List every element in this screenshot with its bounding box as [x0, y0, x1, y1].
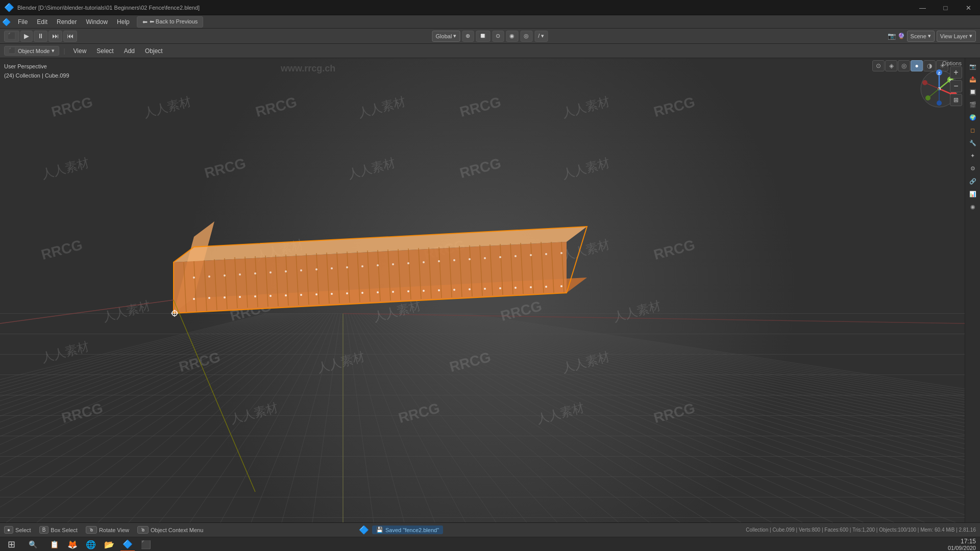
header-toolbar: ⬛ Object Mode ▾ | View Select Add Object — [0, 44, 980, 58]
status-bottom-bar: ⊞ 🔍 📋 🦊 🌐 📂 🔷 ⬛ 17:15 01/09/2020 — [0, 537, 980, 551]
minimize-button[interactable]: — — [911, 0, 934, 15]
mode-dropdown-icon: ▾ — [52, 47, 55, 54]
menu-edit[interactable]: Edit — [33, 17, 52, 27]
taskbar-browser[interactable]: 🌐 — [84, 537, 98, 551]
status-top-bar: ● Select B Box Select 🖱 Rotate View 🖱 Ob… — [0, 523, 980, 537]
rotate-view-status[interactable]: 🖱 Rotate View — [86, 526, 129, 534]
saved-notification: 💾 Saved "fence2.blend" — [372, 525, 443, 534]
scene-dropdown-icon: ▾ — [928, 33, 931, 39]
box-select-label: Box Select — [51, 527, 78, 533]
box-select-status[interactable]: B Box Select — [39, 526, 78, 534]
stats-area: Collection | Cube.099 | Verts:800 | Face… — [746, 527, 976, 533]
material-icon[interactable]: ◉ — [967, 201, 979, 213]
context-menu-key-icon: 🖱 — [137, 526, 149, 534]
taskbar-folder[interactable]: 📂 — [102, 537, 116, 551]
scene-props-icon[interactable]: 🎬 — [967, 98, 979, 111]
svg-point-110 — [937, 101, 942, 106]
world-props-icon[interactable]: 🌍 — [967, 111, 979, 123]
date-value: 01/09/2020 — [948, 545, 976, 551]
global-transform-label: Global — [436, 33, 452, 39]
select-status[interactable]: ● Select — [4, 526, 31, 534]
viewport-right-toolbar: + − ⊞ — [948, 62, 964, 494]
toolbar-icon-2[interactable]: ▶ — [20, 31, 33, 42]
particles-icon[interactable]: ✦ — [967, 149, 979, 162]
maximize-button[interactable]: □ — [934, 0, 957, 15]
transform-pivot-btn[interactable]: ⊕ — [462, 31, 474, 42]
viewport-grid — [0, 58, 980, 522]
time-value: 17:15 — [948, 538, 976, 545]
window-controls: — □ ✕ — [911, 0, 980, 15]
header-view[interactable]: View — [69, 46, 91, 56]
zoom-in-btn[interactable]: + — [950, 66, 962, 79]
mode-label: Object Mode — [18, 48, 50, 54]
back-to-previous-button[interactable]: ⬅ ⬅ Back to Previous — [137, 16, 204, 28]
overlay-controls: ⊙ ◈ — [872, 60, 897, 71]
rrcg-logo-icon: 🔷 — [359, 525, 369, 535]
taskbar-apps[interactable]: 📋 — [47, 537, 61, 551]
toolbar-icon-3[interactable]: ⏸ — [34, 31, 47, 42]
header-add[interactable]: Add — [120, 46, 139, 56]
collection-stats: Collection | Cube.099 | Verts:800 | Face… — [746, 527, 976, 533]
context-menu-status[interactable]: 🖱 Object Context Menu — [137, 526, 203, 534]
close-button[interactable]: ✕ — [957, 0, 980, 15]
physics-icon[interactable]: ⚙ — [967, 162, 979, 174]
snap-btn[interactable]: 🔲 — [476, 31, 490, 42]
overlay-toggle-btn[interactable]: ⊙ — [872, 60, 885, 71]
status-bar: ● Select B Box Select 🖱 Rotate View 🖱 Ob… — [0, 522, 980, 551]
view-layer-dropdown-icon: ▾ — [969, 33, 972, 39]
taskbar-search[interactable]: 🔍 — [22, 537, 43, 551]
object-props-icon[interactable]: ◻ — [967, 124, 979, 136]
svg-text:Z: Z — [938, 71, 941, 76]
global-dropdown-icon: ▾ — [453, 33, 456, 39]
object-mode-select[interactable]: ⬛ Object Mode ▾ — [4, 46, 59, 56]
scene-label: Scene — [911, 33, 926, 39]
wireframe-shading-btn[interactable]: ◎ — [898, 60, 910, 71]
menu-window[interactable]: Window — [82, 17, 112, 27]
context-menu-label: Object Context Menu — [151, 527, 203, 533]
taskbar-blender[interactable]: 🔷 — [120, 537, 135, 551]
render-props-icon[interactable]: 📷 — [967, 60, 979, 72]
back-button-label: ⬅ Back to Previous — [150, 18, 198, 25]
left-toolbar-icons: ⬛ ▶ ⏸ ⏭ ⏮ — [4, 31, 77, 42]
xray-toggle-btn[interactable]: ◈ — [885, 60, 897, 71]
blender-logo: 🔷 — [4, 3, 14, 12]
rotate-view-label: Rotate View — [99, 527, 129, 533]
header-select[interactable]: Select — [92, 46, 117, 56]
view-layer-label: View Layer — [940, 33, 968, 39]
select-label: Select — [15, 527, 31, 533]
proportional-btn[interactable]: ⊙ — [492, 31, 504, 42]
menu-bar: 🔷 File Edit Render Window Help ⬅ ⬅ Back … — [0, 15, 980, 29]
rotate-view-key-icon: 🖱 — [86, 526, 97, 534]
windows-start-btn[interactable]: ⊞ — [4, 537, 18, 551]
object-data-icon[interactable]: 📊 — [967, 188, 979, 200]
toolbar-icon-1[interactable]: ⬛ — [4, 31, 19, 42]
render-icon: 📷 — [888, 32, 896, 40]
taskbar-terminal[interactable]: ⬛ — [139, 537, 153, 551]
extra-btn[interactable]: / ▾ — [534, 31, 548, 42]
saved-icon: 💾 — [376, 527, 383, 533]
toolbar-icon-5[interactable]: ⏮ — [63, 31, 77, 42]
view-layer-select[interactable]: View Layer ▾ — [937, 31, 976, 42]
viewport[interactable]: User Perspective (24) Collection | Cube.… — [0, 58, 980, 522]
blender-menu-logo: 🔷 — [2, 18, 11, 26]
modifier-icon[interactable]: 🔧 — [967, 137, 979, 149]
constraints-icon[interactable]: 🔗 — [967, 175, 979, 187]
header-object[interactable]: Object — [141, 46, 167, 56]
menu-render[interactable]: Render — [53, 17, 81, 27]
overlay-btn[interactable]: ◉ — [506, 31, 518, 42]
menu-help[interactable]: Help — [113, 17, 134, 27]
taskbar-firefox[interactable]: 🦊 — [65, 537, 80, 551]
xray-btn[interactable]: ◎ — [520, 31, 532, 42]
toggle-quad-view[interactable]: ⊞ — [950, 94, 962, 106]
svg-point-112 — [925, 95, 930, 101]
scene-select[interactable]: Scene ▾ — [907, 31, 935, 42]
view-layer-props-icon[interactable]: 🔲 — [967, 86, 979, 98]
title-text: Blender [D:\Simon\blender-tutorials\01 B… — [17, 5, 200, 11]
zoom-out-btn[interactable]: − — [950, 80, 962, 92]
global-transform-select[interactable]: Global ▾ — [432, 31, 460, 42]
saved-text: Saved "fence2.blend" — [385, 527, 439, 533]
taskbar-time: 17:15 01/09/2020 — [948, 538, 976, 551]
output-props-icon[interactable]: 📤 — [967, 73, 979, 85]
toolbar-icon-4[interactable]: ⏭ — [48, 31, 62, 42]
menu-file[interactable]: File — [14, 17, 32, 27]
